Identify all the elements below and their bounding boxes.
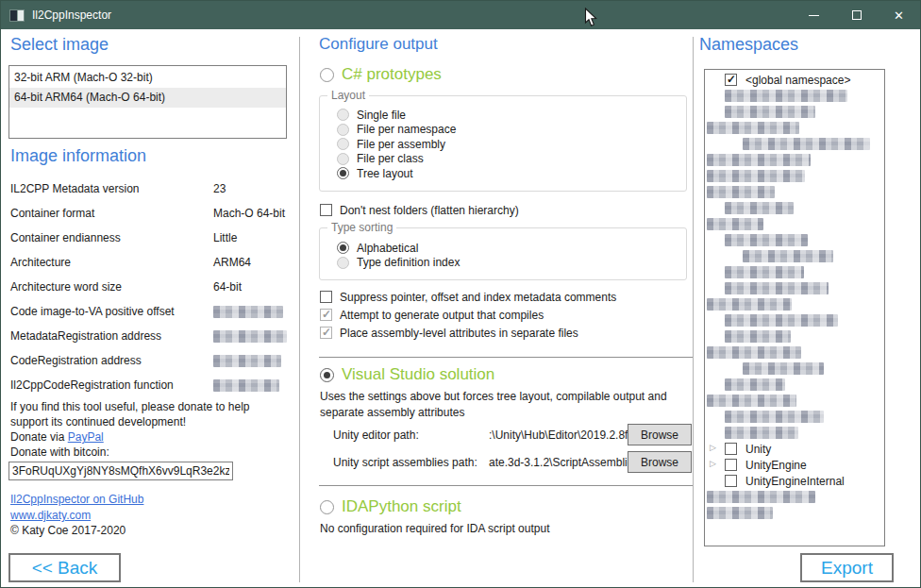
layout-radio[interactable] <box>337 153 349 165</box>
namespace-row[interactable]: UnityEngineInternal <box>705 474 884 490</box>
donate-bitcoin-label: Donate with bitcoin: <box>10 445 293 460</box>
close-button[interactable]: ✕ <box>878 1 920 29</box>
info-label: IL2CPP Metadata version <box>10 182 213 195</box>
namespace-row[interactable] <box>705 394 884 410</box>
visual-studio-option[interactable]: Visual Studio solution <box>320 365 494 384</box>
type-sorting-option-row[interactable]: Type definition index <box>337 256 680 271</box>
image-listbox[interactable]: 32-bit ARM (Mach-O 32-bit)64-bit ARM64 (… <box>8 65 287 139</box>
output-checkbox[interactable] <box>320 327 332 339</box>
namespace-row[interactable] <box>705 265 884 281</box>
namespace-row[interactable] <box>705 378 884 394</box>
namespace-checkbox[interactable] <box>725 443 737 455</box>
namespace-row[interactable] <box>705 169 884 185</box>
paypal-link[interactable]: PayPal <box>68 430 104 444</box>
namespace-row[interactable] <box>705 410 884 426</box>
output-checkbox-row[interactable]: Suppress pointer, offset and index metad… <box>320 288 616 306</box>
csharp-prototypes-radio[interactable] <box>320 68 334 82</box>
redacted-namespace <box>707 298 792 311</box>
namespace-row[interactable] <box>705 313 884 329</box>
website-link[interactable]: www.djkaty.com <box>10 509 91 522</box>
namespace-row[interactable] <box>705 506 884 522</box>
namespace-row[interactable] <box>705 426 884 442</box>
layout-group-label: Layout <box>327 89 369 102</box>
csharp-prototypes-option[interactable]: C# prototypes <box>320 65 442 84</box>
layout-option-row[interactable]: Single file <box>337 108 680 123</box>
layout-radio[interactable] <box>337 167 349 179</box>
output-checkbox[interactable] <box>320 309 332 321</box>
configure-output-header: Configure output <box>319 35 438 54</box>
flatten-checkbox-row[interactable]: Don't nest folders (flatten hierarchy) <box>320 202 519 218</box>
unity-editor-browse-button[interactable]: Browse <box>628 424 692 445</box>
output-checkbox-row[interactable]: Place assembly-level attributes in separ… <box>320 324 616 342</box>
namespace-row[interactable] <box>705 233 884 249</box>
copyright-text: © Katy Coe 2017-2020 <box>10 524 126 537</box>
namespace-row[interactable]: ▷UnityEngine <box>705 458 884 474</box>
github-link[interactable]: Il2CppInspector on GitHub <box>10 493 143 506</box>
unity-editor-path-row: Unity editor path: :\Unity\Hub\Editor\20… <box>333 424 692 445</box>
type-sorting-radio[interactable] <box>337 257 349 269</box>
namespace-row[interactable] <box>705 281 884 297</box>
namespace-row[interactable] <box>705 121 884 137</box>
namespace-row[interactable] <box>705 185 884 201</box>
layout-option-row[interactable]: File per assembly <box>337 137 680 152</box>
section-divider-2 <box>319 485 693 486</box>
window-title: Il2CppInspector <box>32 8 793 22</box>
namespace-row[interactable] <box>705 345 884 361</box>
expander-icon[interactable]: ▷ <box>710 459 716 468</box>
app-window: Il2CppInspector ✕ Select image 32-bit AR… <box>0 0 921 588</box>
layout-option-row[interactable]: Tree layout <box>337 166 680 181</box>
namespace-row[interactable]: ▷Unity <box>705 442 884 458</box>
info-label: Container endianness <box>10 231 213 244</box>
namespace-checkbox[interactable] <box>725 74 737 86</box>
namespace-row[interactable] <box>705 89 884 105</box>
info-label: Architecture <box>10 256 213 269</box>
info-value: ARM64 <box>213 256 289 269</box>
layout-option-row[interactable]: File per class <box>337 152 680 167</box>
output-checkbox[interactable] <box>320 291 332 303</box>
namespace-row[interactable] <box>705 153 884 169</box>
bitcoin-address-input[interactable] <box>8 462 233 480</box>
type-sorting-radio[interactable] <box>337 242 349 254</box>
idapython-option[interactable]: IDAPython script <box>320 497 461 516</box>
type-sorting-option-row[interactable]: Alphabetical <box>337 241 680 256</box>
namespace-row[interactable] <box>705 217 884 233</box>
layout-radio[interactable] <box>337 109 349 121</box>
unity-script-path-label: Unity script assemblies path: <box>333 456 489 469</box>
redacted-namespace <box>707 154 811 166</box>
image-list-item[interactable]: 32-bit ARM (Mach-O 32-bit) <box>9 68 286 88</box>
layout-option-label: File per assembly <box>357 138 445 151</box>
flatten-checkbox[interactable] <box>320 204 332 216</box>
namespace-row[interactable] <box>705 249 884 265</box>
namespace-row[interactable] <box>705 490 884 506</box>
donate-via-label: Donate via <box>10 430 68 444</box>
image-list-item[interactable]: 64-bit ARM64 (Mach-O 64-bit) <box>9 88 286 108</box>
idapython-radio[interactable] <box>320 500 334 514</box>
redacted-namespace <box>707 170 805 182</box>
expander-icon[interactable]: ▷ <box>710 443 716 452</box>
minimize-button[interactable] <box>793 1 835 29</box>
output-checkbox-row[interactable]: Attempt to generate output that compiles <box>320 306 616 324</box>
export-button[interactable]: Export <box>800 553 894 582</box>
namespace-row[interactable]: <global namespace> <box>705 73 884 89</box>
namespace-row[interactable] <box>705 297 884 313</box>
redacted-namespace <box>725 202 794 214</box>
unity-script-browse-button[interactable]: Browse <box>628 451 692 473</box>
info-value: Mach-O 64-bit <box>213 207 289 220</box>
namespace-row[interactable] <box>705 137 884 153</box>
namespace-checkbox[interactable] <box>725 475 737 487</box>
redacted-value <box>213 306 283 318</box>
namespace-checkbox[interactable] <box>725 459 737 471</box>
namespace-row[interactable] <box>705 361 884 378</box>
layout-radio[interactable] <box>337 138 349 150</box>
type-sorting-group-label: Type sorting <box>327 221 396 234</box>
redacted-namespace <box>707 186 775 198</box>
namespace-row[interactable] <box>705 329 884 345</box>
namespace-row[interactable] <box>705 105 884 121</box>
back-button[interactable]: << Back <box>8 553 121 582</box>
visual-studio-radio[interactable] <box>320 368 334 382</box>
maximize-button[interactable] <box>835 1 878 29</box>
layout-radio[interactable] <box>337 124 349 136</box>
namespaces-listbox[interactable]: <global namespace>▷Unity▷UnityEngineUnit… <box>704 69 885 546</box>
layout-option-row[interactable]: File per namespace <box>337 123 680 138</box>
namespace-row[interactable] <box>705 201 884 217</box>
